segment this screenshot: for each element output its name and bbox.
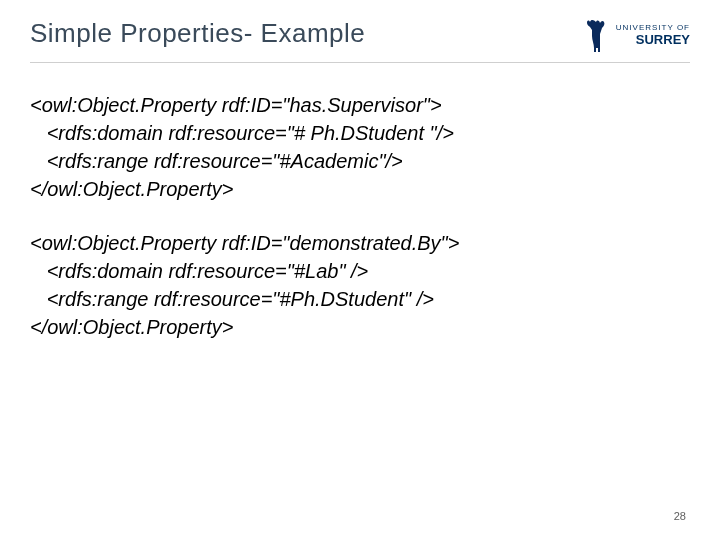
slide-number: 28 (674, 510, 686, 522)
stag-icon (582, 18, 610, 54)
code-line: </owl:Object.Property> (30, 178, 233, 200)
slide-header: Simple Properties- Example UNIVERSITY OF… (0, 0, 720, 54)
slide-content: <owl:Object.Property rdf:ID="has.Supervi… (0, 63, 720, 341)
code-line: <rdfs:range rdf:resource="#Ph.DStudent" … (30, 288, 434, 310)
code-block-2: <owl:Object.Property rdf:ID="demonstrate… (30, 229, 690, 341)
code-line: <owl:Object.Property rdf:ID="demonstrate… (30, 232, 459, 254)
logo-name: SURREY (616, 33, 690, 47)
code-line: <rdfs:domain rdf:resource="#Lab" /> (30, 260, 368, 282)
slide-title: Simple Properties- Example (30, 18, 365, 49)
code-line: <rdfs:range rdf:resource="#Academic"/> (30, 150, 403, 172)
logo-text: UNIVERSITY OF SURREY (616, 24, 690, 47)
code-line: </owl:Object.Property> (30, 316, 233, 338)
code-block-1: <owl:Object.Property rdf:ID="has.Supervi… (30, 91, 690, 203)
code-line: <rdfs:domain rdf:resource="# Ph.DStudent… (30, 122, 454, 144)
university-logo: UNIVERSITY OF SURREY (582, 18, 690, 54)
code-line: <owl:Object.Property rdf:ID="has.Supervi… (30, 94, 442, 116)
